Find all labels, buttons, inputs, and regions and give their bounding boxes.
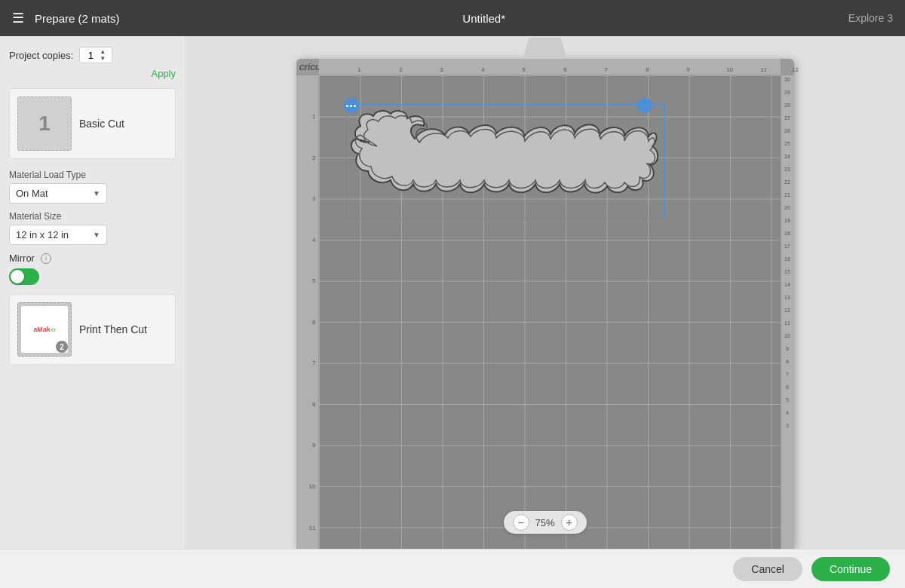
ruler-left-9: 9 [312,442,315,449]
ruler-top-2: 2 [399,66,402,73]
shape-dots-menu[interactable] [344,98,359,113]
ruler-right-24: 24 [784,154,790,159]
ruler-right-7: 7 [786,372,789,377]
mat-handle [523,38,568,60]
zoom-in-button[interactable]: + [561,514,578,531]
project-copies-row: Project copies: 1 ▲ ▼ [9,47,176,63]
ruler-right-29: 29 [784,90,790,95]
ruler-left: 1 2 3 4 5 6 7 8 9 10 11 [296,75,319,549]
ruler-top-3: 3 [440,66,443,73]
continue-button[interactable]: Continue [811,557,890,581]
material-size-value: 12 in x 12 in [16,229,69,240]
ruler-left-5: 5 [312,277,315,284]
material-load-dropdown[interactable]: On Mat ▼ [9,183,107,204]
ruler-top-8: 8 [646,66,649,73]
ruler-top-7: 7 [604,66,607,73]
ruler-right-9: 9 [786,346,789,351]
mat1-number: 1 [38,112,51,136]
ruler-right-12: 12 [784,308,790,313]
material-load-value: On Mat [16,188,48,199]
ruler-left-1: 1 [312,113,315,120]
mat2-label: Print Then Cut [79,323,147,335]
copies-value: 1 [83,50,98,61]
ruler-right-23: 23 [784,167,790,172]
ruler-left-11: 11 [309,525,316,531]
ruler-top-12: 12 [792,66,799,73]
material-load-type-label: Material Load Type [9,170,176,180]
apply-button[interactable]: Apply [9,68,176,79]
material-size-chevron: ▼ [93,231,100,239]
mirror-label: Mirror [9,253,35,264]
topbar: ☰ Prepare (2 mats) Untitled* Explore 3 [0,0,905,36]
ruler-right-5: 5 [786,397,789,403]
ruler-top-4: 4 [481,66,484,73]
bottom-bar: Cancel Continue [0,549,905,588]
ruler-right-20: 20 [784,205,790,210]
mirror-info-icon[interactable]: i [41,253,51,264]
ruler-right-15: 15 [784,269,790,274]
canvas-area: cricut 1 2 3 4 5 6 7 8 9 10 11 1 2 3 4 [185,36,905,549]
mat2-card: aMak er 2 Print Then Cut [9,294,176,365]
cancel-button[interactable]: Cancel [733,557,802,581]
ruler-right-3: 3 [786,423,789,428]
mirror-toggle[interactable] [9,268,39,285]
topbar-machine-label: Explore 3 [848,12,893,24]
ruler-top-1: 1 [357,66,360,73]
topbar-center-title: Untitled* [120,12,848,25]
ruler-top: 1 2 3 4 5 6 7 8 9 10 11 12 [319,59,781,75]
ruler-right-6: 6 [786,384,789,390]
main-content: Project copies: 1 ▲ ▼ Apply 1 Basic Cut … [0,36,905,549]
zoom-value: 75% [535,517,554,528]
mat1-label: Basic Cut [79,118,124,130]
ruler-top-5: 5 [522,66,525,73]
dots-menu-inner [346,105,356,107]
ruler-right-26: 26 [784,128,790,133]
dot-3 [354,105,356,107]
ruler-right-22: 22 [784,179,790,185]
ruler-left-8: 8 [312,401,315,408]
mat2-thumbnail: aMak er 2 [17,302,72,357]
material-size-label: Material Size [9,211,176,222]
ruler-right-27: 27 [784,115,790,121]
material-load-chevron: ▼ [93,189,100,198]
mat2-number: 2 [56,341,68,353]
ruler-left-4: 4 [312,237,315,243]
shape-selection-box[interactable] [346,104,664,219]
material-section: Material Load Type On Mat ▼ Material Siz… [9,170,176,285]
ruler-right-19: 19 [784,218,790,223]
ruler-right-8: 8 [786,359,789,364]
ruler-left-3: 3 [312,195,315,202]
copies-input-wrap[interactable]: 1 ▲ ▼ [79,47,112,63]
ruler-right-13: 13 [784,295,790,300]
cutting-mat: cricut 1 2 3 4 5 6 7 8 9 10 11 1 2 3 4 [296,59,794,549]
ruler-top-10: 10 [726,66,733,73]
ruler-right-10: 10 [784,333,790,338]
topbar-title: Prepare (2 mats) [35,12,120,25]
mirror-row: Mirror i [9,253,176,264]
cut-shape-svg [347,105,664,218]
ruler-right-4: 4 [786,410,789,415]
copies-down-arrow[interactable]: ▼ [100,55,106,62]
ruler-right-11: 11 [784,320,790,326]
ruler-left-10: 10 [309,483,316,490]
material-size-dropdown[interactable]: 12 in x 12 in ▼ [9,225,107,245]
ruler-top-9: 9 [686,66,689,73]
ruler-right: 30 29 28 27 26 25 24 23 22 21 20 19 18 1… [781,75,794,549]
ruler-right-28: 28 [784,103,790,108]
ruler-top-6: 6 [563,66,566,73]
ruler-right-18: 18 [784,231,790,236]
ruler-right-25: 25 [784,141,790,146]
ruler-left-2: 2 [312,155,315,161]
ruler-top-11: 11 [760,66,767,73]
project-copies-label: Project copies: [9,50,73,61]
zoom-out-button[interactable]: − [512,514,529,531]
copies-arrows[interactable]: ▲ ▼ [100,48,106,62]
copies-up-arrow[interactable]: ▲ [100,48,106,55]
ruler-right-21: 21 [784,192,790,198]
mat1-card: 1 Basic Cut [9,88,176,159]
menu-icon[interactable]: ☰ [12,10,24,26]
ruler-right-17: 17 [784,243,790,249]
resize-handle-top-right[interactable] [637,98,652,113]
ruler-right-16: 16 [784,256,790,262]
ruler-left-6: 6 [312,319,315,326]
